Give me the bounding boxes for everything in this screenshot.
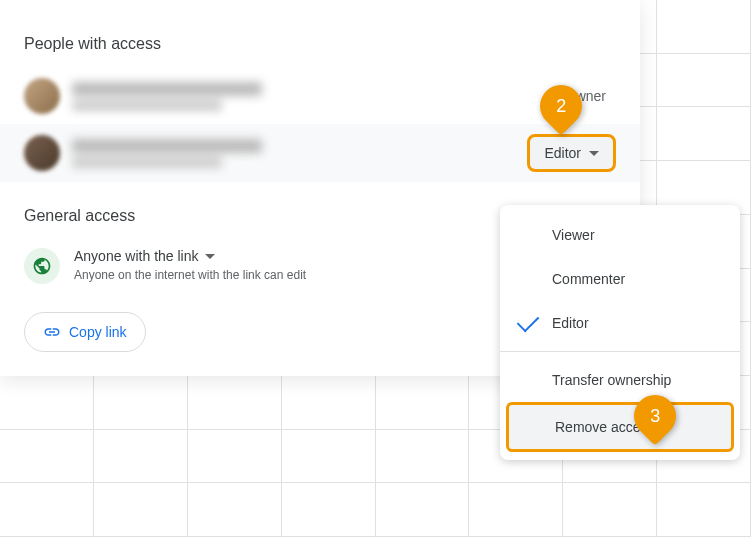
person-info-blurred xyxy=(72,82,565,111)
menu-item-transfer-ownership[interactable]: Transfer ownership xyxy=(500,358,740,402)
menu-item-editor[interactable]: Editor xyxy=(500,301,740,345)
link-access-label: Anyone with the link xyxy=(74,248,199,264)
chevron-down-icon xyxy=(589,151,599,156)
copy-link-button[interactable]: Copy link xyxy=(24,312,146,352)
avatar xyxy=(24,135,60,171)
person-info-blurred xyxy=(72,139,527,168)
copy-link-label: Copy link xyxy=(69,324,127,340)
avatar xyxy=(24,78,60,114)
menu-item-remove-access[interactable]: Remove access xyxy=(506,402,734,452)
globe-icon xyxy=(24,248,60,284)
menu-item-viewer[interactable]: Viewer xyxy=(500,213,740,257)
menu-divider xyxy=(500,351,740,352)
menu-item-commenter[interactable]: Commenter xyxy=(500,257,740,301)
person-row-editor: Editor xyxy=(0,124,640,182)
role-dropdown-label: Editor xyxy=(544,145,581,161)
link-icon xyxy=(43,323,61,341)
link-access-description: Anyone on the internet with the link can… xyxy=(74,268,306,282)
people-with-access-title: People with access xyxy=(24,35,616,53)
link-access-dropdown[interactable]: Anyone with the link xyxy=(74,248,306,264)
role-dropdown-menu: Viewer Commenter Editor Transfer ownersh… xyxy=(500,205,740,460)
chevron-down-icon xyxy=(205,254,215,259)
role-dropdown-button[interactable]: Editor xyxy=(527,134,616,172)
